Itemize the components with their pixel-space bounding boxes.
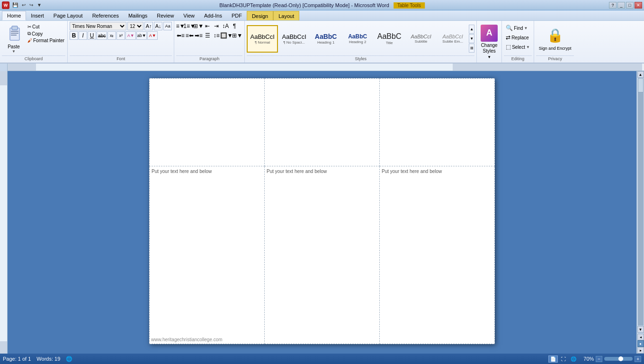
- view-web-button[interactable]: 🌐: [569, 356, 578, 362]
- style-normal[interactable]: AaBbCcI ¶ Normal: [247, 25, 278, 53]
- subscript-button[interactable]: x₂: [107, 31, 116, 40]
- border-button[interactable]: ⊞▼: [232, 31, 242, 40]
- multilevel-button[interactable]: ⊞▼: [194, 22, 203, 30]
- paste-label: Paste: [8, 44, 20, 49]
- show-hide-button[interactable]: ¶: [230, 22, 239, 30]
- table-cell-bottom-center[interactable]: Put your text here and below: [265, 166, 380, 344]
- numbering-button[interactable]: 1≡▼: [185, 22, 194, 30]
- cut-button[interactable]: ✂Cut: [27, 24, 65, 30]
- font-shrink-button[interactable]: A↓: [154, 22, 162, 30]
- font-color-button[interactable]: A▼: [147, 31, 158, 40]
- table-cell-bottom-left[interactable]: Put your text here and below: [150, 166, 265, 344]
- find-button[interactable]: 🔍Find▼: [504, 24, 532, 32]
- align-left-button[interactable]: ⬅≡: [176, 31, 185, 40]
- align-center-button[interactable]: ≡⬅: [185, 31, 194, 40]
- underline-button[interactable]: U: [88, 31, 96, 40]
- style-subtitle[interactable]: AaBbCcI Subtitle: [405, 25, 437, 53]
- align-right-button[interactable]: ➡≡: [194, 31, 203, 40]
- scroll-up-button[interactable]: ▲: [637, 71, 644, 78]
- tab-pagelayout[interactable]: Page Layout: [49, 11, 88, 20]
- word-count[interactable]: Words: 19: [36, 356, 60, 362]
- style-heading1[interactable]: AaBbC Heading 1: [310, 25, 341, 53]
- svg-rect-9: [0, 85, 8, 341]
- zoom-level[interactable]: 70%: [580, 356, 594, 362]
- style-title[interactable]: AaBbC Title: [374, 25, 405, 53]
- style-heading2[interactable]: AaBbC Heading 2: [342, 25, 373, 53]
- superscript-button[interactable]: x²: [116, 31, 125, 40]
- paste-button[interactable]: Paste ▼: [2, 22, 26, 55]
- tab-review[interactable]: Review: [152, 11, 179, 20]
- highlight-button[interactable]: ab▼: [136, 31, 147, 40]
- tab-mailings[interactable]: Mailings: [124, 11, 152, 20]
- minimize-button[interactable]: _: [617, 2, 625, 9]
- format-painter-button[interactable]: 🖌Format Painter: [27, 37, 65, 44]
- zoom-thumb[interactable]: [618, 356, 623, 361]
- table-top-row: [150, 79, 495, 166]
- language-button[interactable]: 🌐: [66, 356, 72, 362]
- styles-more[interactable]: ⊞: [469, 44, 474, 53]
- table-cell-top-right[interactable]: [380, 79, 495, 166]
- zoom-in-button[interactable]: +: [635, 356, 641, 362]
- sign-encrypt-button[interactable]: 🔒 Sign and Encrypt: [536, 25, 574, 53]
- copy-button[interactable]: ⧉Copy: [27, 30, 65, 37]
- view-print-button[interactable]: 📄: [548, 355, 558, 363]
- tab-addins[interactable]: Add-Ins: [199, 11, 227, 20]
- font-grow-button[interactable]: A↑: [144, 22, 153, 30]
- style-no-spacing[interactable]: AaBbCcI ¶ No Spaci...: [278, 25, 310, 53]
- styles-scroll-up[interactable]: ▲: [469, 25, 474, 34]
- line-spacing-button[interactable]: ↕≡: [212, 31, 221, 40]
- prev-page-button[interactable]: ◂: [637, 334, 644, 340]
- style-subtle-em[interactable]: AaBbCcI Subtle Em...: [437, 25, 468, 53]
- table-cell-top-center[interactable]: [265, 79, 380, 166]
- shading-button[interactable]: 🔲▼: [221, 31, 232, 40]
- increase-indent-button[interactable]: ⇥: [212, 22, 221, 30]
- window-controls[interactable]: ? _ □ ✕: [609, 2, 642, 9]
- sort-button[interactable]: ↕A: [221, 22, 230, 30]
- svg-rect-6: [8, 64, 36, 71]
- tab-view[interactable]: View: [179, 11, 199, 20]
- next-page-button[interactable]: ▸: [637, 347, 644, 354]
- decrease-indent-button[interactable]: ⇤: [203, 22, 212, 30]
- font-group: Times New Roman 12 A↑ A↓ Aa B I U abc x₂…: [68, 21, 174, 63]
- scroll-down-button[interactable]: ▼: [637, 326, 644, 333]
- help-button[interactable]: ?: [609, 2, 617, 9]
- font-theme-button[interactable]: Aa: [163, 22, 172, 30]
- tab-pdf[interactable]: PDF: [227, 11, 247, 20]
- page-info[interactable]: Page: 1 of 1: [3, 356, 31, 362]
- bold-button[interactable]: B: [70, 31, 78, 40]
- tab-layout[interactable]: Layout: [273, 11, 299, 20]
- close-button[interactable]: ✕: [635, 2, 642, 9]
- strikethrough-button[interactable]: abc: [97, 31, 107, 40]
- tab-home[interactable]: Home: [2, 11, 26, 20]
- scroll-thumb[interactable]: [638, 78, 644, 92]
- styles-scroll-down[interactable]: ▼: [469, 34, 474, 43]
- zoom-slider[interactable]: [604, 357, 633, 361]
- view-fullscreen-button[interactable]: ⛶: [560, 356, 567, 362]
- italic-button[interactable]: I: [79, 31, 87, 40]
- vertical-scrollbar[interactable]: ▲ ▼ ◂ ● ▸: [636, 71, 644, 354]
- table-cell-bottom-right[interactable]: Put your text here and below: [380, 166, 495, 344]
- tab-design[interactable]: Design: [247, 11, 273, 20]
- restore-button[interactable]: □: [626, 2, 634, 9]
- select-browse-button[interactable]: ●: [637, 340, 644, 347]
- document-area: Put your text here and below Put your te…: [8, 71, 636, 354]
- editing-group-label: Editing: [504, 55, 532, 62]
- tab-references[interactable]: References: [88, 11, 124, 20]
- horizontal-ruler: [8, 64, 644, 71]
- paste-dropdown-arrow[interactable]: ▼: [12, 49, 16, 54]
- tab-insert[interactable]: Insert: [26, 11, 49, 20]
- font-group-label: Font: [70, 55, 172, 62]
- svg-rect-3: [11, 33, 18, 34]
- replace-button[interactable]: ⇄Replace: [504, 33, 532, 42]
- font-size-select[interactable]: 12: [127, 22, 143, 30]
- zoom-out-button[interactable]: −: [596, 356, 602, 362]
- select-button[interactable]: ⬚Select▼: [504, 43, 532, 51]
- justify-button[interactable]: ☰: [203, 31, 212, 40]
- text-effects-button[interactable]: A▼: [125, 31, 136, 40]
- table-cell-top-left[interactable]: [150, 79, 265, 166]
- table-tools-badge: Table Tools: [394, 2, 425, 9]
- change-styles-arrow[interactable]: ▼: [487, 55, 491, 59]
- change-styles-button[interactable]: A ChangeStyles ▼: [479, 24, 500, 60]
- font-name-select[interactable]: Times New Roman: [70, 22, 126, 30]
- svg-rect-4: [11, 35, 17, 36]
